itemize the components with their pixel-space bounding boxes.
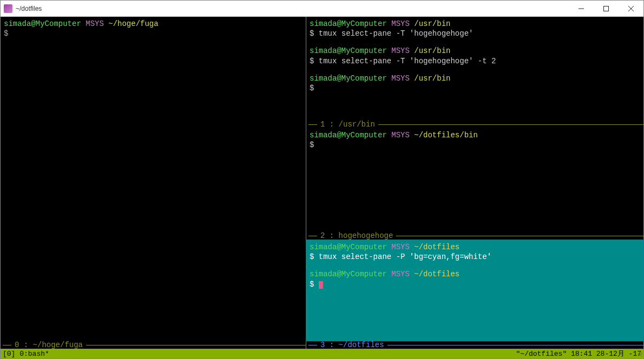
prompt-line: simada@MyComputer MSYS /usr/bin — [310, 19, 640, 29]
prompt-user: simada@MyComputer — [4, 19, 81, 28]
pane-border-label-text: 2 : hogehogehoge — [317, 232, 396, 240]
app-icon — [4, 4, 12, 13]
svg-rect-1 — [604, 6, 609, 11]
scroll-down-icon[interactable]: v — [639, 351, 642, 357]
close-icon — [628, 6, 634, 11]
pane-2-border: 2 : hogehogehoge — [306, 232, 643, 240]
cursor — [319, 281, 323, 289]
prompt-dollar: $ — [310, 83, 640, 93]
pane-border-label-text: 0 : ~/hoge/fuga — [11, 341, 86, 349]
terminal[interactable]: ʌ simada@MyComputer MSYS ~/hoge/fuga $ 0… — [1, 17, 643, 358]
prompt-line: simada@MyComputer MSYS ~/dotfiles — [310, 269, 640, 279]
prompt-dollar-active: $ — [310, 280, 640, 289]
minimize-button[interactable] — [569, 1, 594, 16]
maximize-button[interactable] — [594, 1, 619, 16]
prompt-line: simada@MyComputer MSYS /usr/bin — [310, 74, 640, 83]
status-left: [0] 0:bash* — [3, 350, 516, 357]
pane-1[interactable]: simada@MyComputer MSYS /usr/bin $ tmux s… — [306, 17, 643, 121]
right-column: simada@MyComputer MSYS /usr/bin $ tmux s… — [306, 17, 643, 349]
prompt-line: simada@MyComputer MSYS ~/dotfiles — [310, 242, 640, 252]
status-right: "~/dotfiles" 18:41 28-12月 -17 — [516, 350, 641, 357]
pane-0[interactable]: simada@MyComputer MSYS ~/hoge/fuga $ — [1, 17, 306, 349]
pane-border-label-text: 1 : /usr/bin — [317, 121, 378, 128]
titlebar[interactable]: ~/dotfiles — [1, 1, 643, 17]
command-line: $ tmux select-pane -T 'hogehogehoge' — [310, 29, 640, 38]
pane-3[interactable]: simada@MyComputer MSYS ~/dotfiles $ tmux… — [306, 240, 643, 341]
prompt-line: simada@MyComputer MSYS ~/hoge/fuga — [4, 19, 303, 29]
command-line: $ tmux select-pane -T 'hogehogehoge' -t … — [310, 56, 640, 66]
prompt-dollar: $ — [4, 29, 303, 38]
app-window: ~/dotfiles ʌ simada@MyComputer MSYS ~/ho… — [0, 0, 644, 359]
pane-border-label-text: 3 : ~/dotfiles — [317, 341, 387, 349]
prompt-line: simada@MyComputer MSYS /usr/bin — [310, 46, 640, 56]
minimize-icon — [579, 6, 584, 11]
tmux-status-bar[interactable]: [0] 0:bash* "~/dotfiles" 18:41 28-12月 -1… — [1, 349, 643, 358]
tmux-layout: simada@MyComputer MSYS ~/hoge/fuga $ 0 :… — [1, 17, 643, 349]
pane-0-border: 0 : ~/hoge/fuga — [1, 341, 306, 349]
prompt-env: MSYS — [86, 19, 104, 28]
close-button[interactable] — [619, 1, 643, 16]
pane-1-border: 1 : /usr/bin — [306, 121, 643, 128]
command-line: $ tmux select-pane -P 'bg=cyan,fg=white' — [310, 252, 640, 262]
maximize-icon — [603, 6, 609, 11]
pane-3-active-wrapper: simada@MyComputer MSYS ~/dotfiles $ tmux… — [306, 240, 644, 341]
pane-3-border: 3 : ~/dotfiles — [306, 341, 643, 349]
prompt-dollar: $ — [310, 140, 640, 150]
prompt-line: simada@MyComputer MSYS ~/dotfiles/bin — [310, 130, 640, 140]
prompt-path: ~/hoge/fuga — [108, 19, 158, 28]
left-column: simada@MyComputer MSYS ~/hoge/fuga $ 0 :… — [1, 17, 306, 349]
pane-2[interactable]: simada@MyComputer MSYS ~/dotfiles/bin $ — [306, 128, 643, 232]
window-controls — [569, 1, 643, 16]
window-title: ~/dotfiles — [16, 5, 569, 12]
